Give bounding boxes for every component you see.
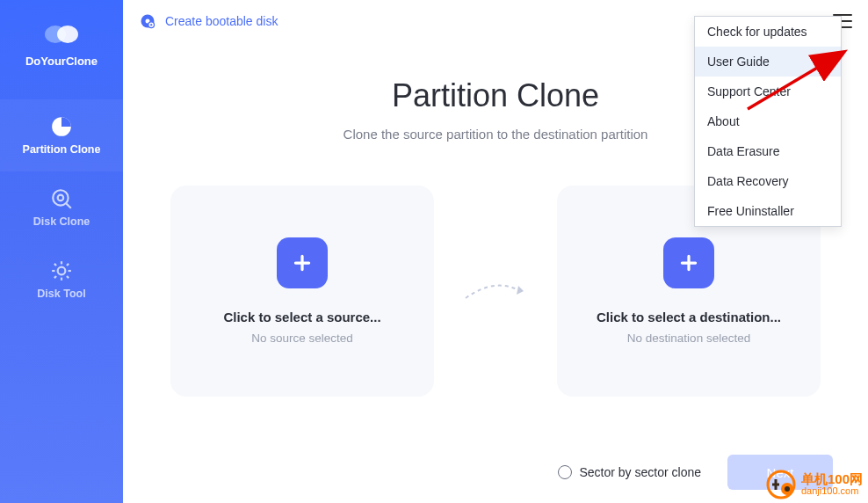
sidebar-item-label: Partition Clone [23,143,101,156]
svg-line-11 [54,264,56,266]
menu-item-data-erasure[interactable]: Data Erasure [695,136,841,166]
svg-point-4 [58,195,64,201]
svg-line-14 [67,264,69,266]
sidebar-item-disk-tool[interactable]: Disk Tool [0,244,123,316]
plus-icon [291,252,314,274]
page-title: Partition Clone [392,77,599,114]
dashed-arrow-icon [460,273,531,309]
menu-item-data-recovery[interactable]: Data Recovery [695,166,841,196]
sidebar: DoYourClone Partition Clone Disk Clone [0,0,123,503]
main-menu-dropdown: Check for updatesUser GuideSupport Cente… [694,16,842,227]
menu-item-support-center[interactable]: Support Center [695,77,841,106]
add-destination-button[interactable] [663,237,714,288]
radio-icon [558,465,572,479]
sidebar-item-label: Disk Clone [33,215,90,228]
sector-by-sector-option[interactable]: Sector by sector clone [558,465,701,479]
logo-icon [42,21,81,47]
transfer-arrow [452,273,539,309]
source-card-sub: No source selected [251,332,353,345]
disk-search-icon [50,187,73,210]
bottom-bar: Sector by sector clone Next [123,441,868,503]
source-card[interactable]: Click to select a source... No source se… [170,186,434,397]
app-logo: DoYourClone [25,21,98,68]
watermark-line2: danji100.com [801,486,863,497]
gear-icon [50,259,73,282]
sector-label: Sector by sector clone [579,465,701,479]
plus-icon [677,252,700,274]
main-panel: Create bootable disk Partition Clone Clo… [123,0,868,503]
destination-card-title: Click to select a destination... [597,310,781,324]
sidebar-item-label: Disk Tool [37,288,85,300]
svg-point-21 [785,486,790,492]
menu-item-free-uninstaller[interactable]: Free Uninstaller [695,196,841,226]
svg-line-12 [67,276,69,278]
watermark-icon [766,470,796,499]
svg-line-5 [66,203,70,208]
sidebar-item-disk-clone[interactable]: Disk Clone [0,171,123,244]
svg-point-1 [57,26,78,43]
menu-item-user-guide[interactable]: User Guide [695,47,841,77]
disc-icon [139,12,156,30]
create-bootable-disk-link[interactable]: Create bootable disk [139,12,278,30]
create-bootable-label: Create bootable disk [165,14,278,28]
svg-point-6 [58,267,66,275]
page-subtitle: Clone the source partition to the destin… [344,127,648,142]
svg-line-13 [54,276,56,278]
watermark-line1: 单机100网 [801,472,863,486]
sidebar-item-partition-clone[interactable]: Partition Clone [0,99,123,171]
watermark: 单机100网 danji100.com [766,470,863,499]
menu-item-about[interactable]: About [695,106,841,136]
app-name-label: DoYourClone [25,55,98,68]
pie-icon [50,115,73,138]
destination-card-sub: No destination selected [627,332,750,345]
menu-item-check-for-updates[interactable]: Check for updates [695,17,841,47]
add-source-button[interactable] [277,237,328,288]
svg-point-3 [53,190,68,205]
source-card-title: Click to select a source... [223,310,380,324]
